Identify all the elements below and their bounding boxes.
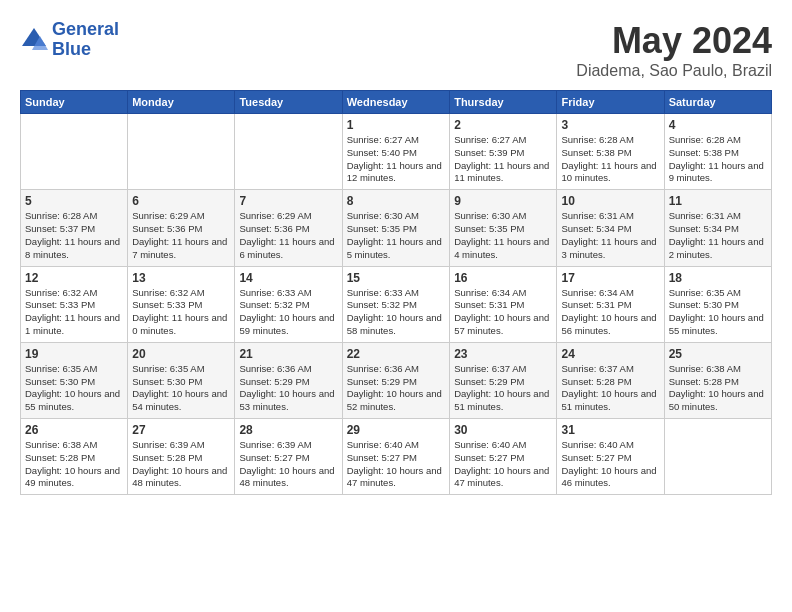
day-cell: 9Sunrise: 6:30 AM Sunset: 5:35 PM Daylig…: [450, 190, 557, 266]
day-info: Sunrise: 6:28 AM Sunset: 5:37 PM Dayligh…: [25, 210, 123, 261]
day-info: Sunrise: 6:38 AM Sunset: 5:28 PM Dayligh…: [25, 439, 123, 490]
day-cell: 26Sunrise: 6:38 AM Sunset: 5:28 PM Dayli…: [21, 419, 128, 495]
week-row-5: 26Sunrise: 6:38 AM Sunset: 5:28 PM Dayli…: [21, 419, 772, 495]
day-number: 18: [669, 271, 767, 285]
day-cell: 19Sunrise: 6:35 AM Sunset: 5:30 PM Dayli…: [21, 342, 128, 418]
day-info: Sunrise: 6:39 AM Sunset: 5:28 PM Dayligh…: [132, 439, 230, 490]
day-info: Sunrise: 6:34 AM Sunset: 5:31 PM Dayligh…: [561, 287, 659, 338]
day-number: 2: [454, 118, 552, 132]
weekday-header-row: SundayMondayTuesdayWednesdayThursdayFrid…: [21, 91, 772, 114]
logo-text: General Blue: [52, 20, 119, 60]
weekday-header-wednesday: Wednesday: [342, 91, 449, 114]
day-number: 10: [561, 194, 659, 208]
weekday-header-sunday: Sunday: [21, 91, 128, 114]
day-cell: 7Sunrise: 6:29 AM Sunset: 5:36 PM Daylig…: [235, 190, 342, 266]
day-number: 6: [132, 194, 230, 208]
day-number: 27: [132, 423, 230, 437]
day-info: Sunrise: 6:28 AM Sunset: 5:38 PM Dayligh…: [669, 134, 767, 185]
week-row-4: 19Sunrise: 6:35 AM Sunset: 5:30 PM Dayli…: [21, 342, 772, 418]
day-cell: [21, 114, 128, 190]
day-info: Sunrise: 6:31 AM Sunset: 5:34 PM Dayligh…: [669, 210, 767, 261]
week-row-3: 12Sunrise: 6:32 AM Sunset: 5:33 PM Dayli…: [21, 266, 772, 342]
day-number: 28: [239, 423, 337, 437]
day-number: 31: [561, 423, 659, 437]
day-info: Sunrise: 6:28 AM Sunset: 5:38 PM Dayligh…: [561, 134, 659, 185]
day-cell: 8Sunrise: 6:30 AM Sunset: 5:35 PM Daylig…: [342, 190, 449, 266]
day-number: 29: [347, 423, 445, 437]
day-info: Sunrise: 6:34 AM Sunset: 5:31 PM Dayligh…: [454, 287, 552, 338]
day-number: 21: [239, 347, 337, 361]
day-info: Sunrise: 6:38 AM Sunset: 5:28 PM Dayligh…: [669, 363, 767, 414]
title-area: May 2024 Diadema, Sao Paulo, Brazil: [576, 20, 772, 80]
day-number: 5: [25, 194, 123, 208]
day-number: 11: [669, 194, 767, 208]
day-info: Sunrise: 6:37 AM Sunset: 5:29 PM Dayligh…: [454, 363, 552, 414]
day-info: Sunrise: 6:27 AM Sunset: 5:39 PM Dayligh…: [454, 134, 552, 185]
day-cell: 11Sunrise: 6:31 AM Sunset: 5:34 PM Dayli…: [664, 190, 771, 266]
day-number: 14: [239, 271, 337, 285]
weekday-header-friday: Friday: [557, 91, 664, 114]
logo-line1: General: [52, 19, 119, 39]
day-number: 12: [25, 271, 123, 285]
week-row-2: 5Sunrise: 6:28 AM Sunset: 5:37 PM Daylig…: [21, 190, 772, 266]
day-info: Sunrise: 6:35 AM Sunset: 5:30 PM Dayligh…: [132, 363, 230, 414]
day-info: Sunrise: 6:40 AM Sunset: 5:27 PM Dayligh…: [561, 439, 659, 490]
weekday-header-monday: Monday: [128, 91, 235, 114]
day-cell: [235, 114, 342, 190]
day-number: 13: [132, 271, 230, 285]
day-info: Sunrise: 6:40 AM Sunset: 5:27 PM Dayligh…: [454, 439, 552, 490]
day-number: 23: [454, 347, 552, 361]
day-cell: 23Sunrise: 6:37 AM Sunset: 5:29 PM Dayli…: [450, 342, 557, 418]
day-info: Sunrise: 6:32 AM Sunset: 5:33 PM Dayligh…: [25, 287, 123, 338]
day-cell: 1Sunrise: 6:27 AM Sunset: 5:40 PM Daylig…: [342, 114, 449, 190]
day-info: Sunrise: 6:31 AM Sunset: 5:34 PM Dayligh…: [561, 210, 659, 261]
day-cell: [664, 419, 771, 495]
day-cell: 13Sunrise: 6:32 AM Sunset: 5:33 PM Dayli…: [128, 266, 235, 342]
day-number: 25: [669, 347, 767, 361]
day-number: 16: [454, 271, 552, 285]
day-number: 24: [561, 347, 659, 361]
month-title: May 2024: [576, 20, 772, 62]
day-info: Sunrise: 6:27 AM Sunset: 5:40 PM Dayligh…: [347, 134, 445, 185]
day-number: 4: [669, 118, 767, 132]
day-number: 26: [25, 423, 123, 437]
day-number: 20: [132, 347, 230, 361]
location-title: Diadema, Sao Paulo, Brazil: [576, 62, 772, 80]
day-cell: 30Sunrise: 6:40 AM Sunset: 5:27 PM Dayli…: [450, 419, 557, 495]
day-info: Sunrise: 6:39 AM Sunset: 5:27 PM Dayligh…: [239, 439, 337, 490]
day-cell: 31Sunrise: 6:40 AM Sunset: 5:27 PM Dayli…: [557, 419, 664, 495]
day-cell: 18Sunrise: 6:35 AM Sunset: 5:30 PM Dayli…: [664, 266, 771, 342]
day-cell: 16Sunrise: 6:34 AM Sunset: 5:31 PM Dayli…: [450, 266, 557, 342]
day-cell: 24Sunrise: 6:37 AM Sunset: 5:28 PM Dayli…: [557, 342, 664, 418]
day-info: Sunrise: 6:35 AM Sunset: 5:30 PM Dayligh…: [25, 363, 123, 414]
day-info: Sunrise: 6:29 AM Sunset: 5:36 PM Dayligh…: [239, 210, 337, 261]
day-cell: 12Sunrise: 6:32 AM Sunset: 5:33 PM Dayli…: [21, 266, 128, 342]
logo: General Blue: [20, 20, 119, 60]
day-number: 19: [25, 347, 123, 361]
day-cell: 4Sunrise: 6:28 AM Sunset: 5:38 PM Daylig…: [664, 114, 771, 190]
day-cell: 25Sunrise: 6:38 AM Sunset: 5:28 PM Dayli…: [664, 342, 771, 418]
day-number: 17: [561, 271, 659, 285]
day-cell: [128, 114, 235, 190]
calendar: SundayMondayTuesdayWednesdayThursdayFrid…: [20, 90, 772, 495]
day-cell: 14Sunrise: 6:33 AM Sunset: 5:32 PM Dayli…: [235, 266, 342, 342]
day-number: 1: [347, 118, 445, 132]
day-info: Sunrise: 6:33 AM Sunset: 5:32 PM Dayligh…: [347, 287, 445, 338]
day-info: Sunrise: 6:36 AM Sunset: 5:29 PM Dayligh…: [239, 363, 337, 414]
day-cell: 5Sunrise: 6:28 AM Sunset: 5:37 PM Daylig…: [21, 190, 128, 266]
day-cell: 27Sunrise: 6:39 AM Sunset: 5:28 PM Dayli…: [128, 419, 235, 495]
day-cell: 2Sunrise: 6:27 AM Sunset: 5:39 PM Daylig…: [450, 114, 557, 190]
day-number: 7: [239, 194, 337, 208]
day-info: Sunrise: 6:30 AM Sunset: 5:35 PM Dayligh…: [347, 210, 445, 261]
day-info: Sunrise: 6:30 AM Sunset: 5:35 PM Dayligh…: [454, 210, 552, 261]
day-number: 3: [561, 118, 659, 132]
weekday-header-saturday: Saturday: [664, 91, 771, 114]
day-info: Sunrise: 6:37 AM Sunset: 5:28 PM Dayligh…: [561, 363, 659, 414]
day-cell: 29Sunrise: 6:40 AM Sunset: 5:27 PM Dayli…: [342, 419, 449, 495]
day-number: 9: [454, 194, 552, 208]
day-number: 30: [454, 423, 552, 437]
day-cell: 21Sunrise: 6:36 AM Sunset: 5:29 PM Dayli…: [235, 342, 342, 418]
day-cell: 22Sunrise: 6:36 AM Sunset: 5:29 PM Dayli…: [342, 342, 449, 418]
day-cell: 3Sunrise: 6:28 AM Sunset: 5:38 PM Daylig…: [557, 114, 664, 190]
day-info: Sunrise: 6:35 AM Sunset: 5:30 PM Dayligh…: [669, 287, 767, 338]
